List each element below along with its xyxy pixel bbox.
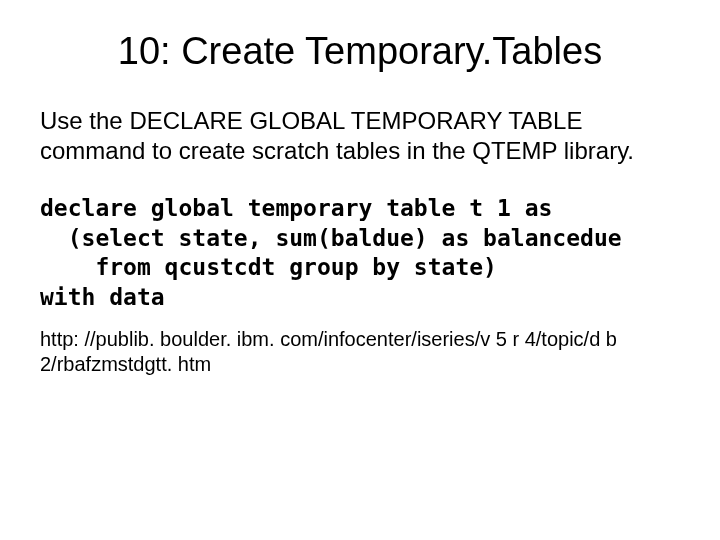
reference-url: http: //publib. boulder. ibm. com/infoce… — [40, 327, 660, 377]
code-block: declare global temporary table t 1 as (s… — [40, 194, 680, 314]
slide: 10: Create Temporary.Tables Use the DECL… — [0, 0, 720, 540]
slide-title: 10: Create Temporary.Tables — [40, 30, 680, 74]
slide-body: Use the DECLARE GLOBAL TEMPORARY TABLE c… — [40, 106, 660, 166]
